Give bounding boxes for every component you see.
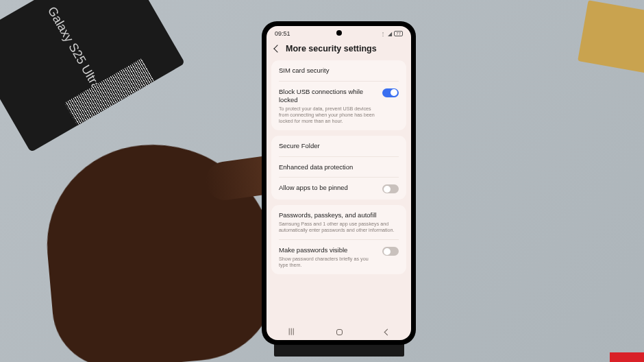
group-secure-pin: Secure Folder Enhanced data protection A… bbox=[271, 136, 406, 200]
battery-icon: 77 bbox=[394, 31, 403, 36]
row-desc: Show password characters briefly as you … bbox=[279, 256, 377, 268]
header: More security settings bbox=[267, 41, 411, 60]
row-title: Enhanced data protection bbox=[279, 163, 399, 171]
row-make-passwords-visible[interactable]: Make passwords visible Show password cha… bbox=[271, 240, 406, 274]
wifi-icon: ⋮ bbox=[380, 31, 386, 37]
row-allow-pin[interactable]: Allow apps to be pinned bbox=[271, 178, 406, 200]
signal-icon: ◢ bbox=[388, 31, 392, 37]
row-sim-security[interactable]: SIM card security bbox=[271, 60, 406, 81]
toggle-block-usb[interactable] bbox=[382, 88, 399, 97]
nav-bar bbox=[267, 324, 411, 340]
nav-home-icon[interactable] bbox=[336, 329, 343, 335]
phone-stand bbox=[274, 343, 404, 357]
status-time: 09:51 bbox=[275, 30, 290, 37]
row-passwords-autofill[interactable]: Passwords, passkeys, and autofill Samsun… bbox=[271, 205, 406, 239]
settings-list[interactable]: SIM card security Block USB connections … bbox=[267, 60, 411, 324]
row-title: Make passwords visible bbox=[279, 246, 377, 254]
back-icon[interactable] bbox=[273, 45, 281, 52]
row-enhanced-data-protection[interactable]: Enhanced data protection bbox=[271, 157, 406, 178]
group-sim-usb: SIM card security Block USB connections … bbox=[271, 60, 406, 130]
youtube-subscribe-strip bbox=[610, 352, 644, 362]
row-title: SIM card security bbox=[279, 67, 399, 75]
row-desc: To protect your data, prevent USB device… bbox=[279, 106, 377, 124]
background-object bbox=[578, 0, 644, 75]
toggle-allow-pin[interactable] bbox=[382, 184, 399, 193]
row-desc: Samsung Pass and 1 other app use passkey… bbox=[279, 221, 399, 233]
page-title: More security settings bbox=[286, 44, 377, 53]
camera-hole bbox=[336, 30, 342, 36]
row-secure-folder[interactable]: Secure Folder bbox=[271, 136, 406, 156]
nav-recents-icon[interactable] bbox=[290, 328, 291, 335]
row-block-usb[interactable]: Block USB connections while locked To pr… bbox=[271, 82, 406, 130]
row-title: Allow apps to be pinned bbox=[279, 184, 377, 192]
row-title: Secure Folder bbox=[279, 142, 399, 150]
row-title: Passwords, passkeys, and autofill bbox=[279, 211, 399, 219]
row-title: Block USB connections while locked bbox=[279, 88, 377, 104]
group-passwords: Passwords, passkeys, and autofill Samsun… bbox=[271, 205, 406, 274]
toggle-passwords-visible[interactable] bbox=[382, 247, 399, 256]
phone-screen: 09:51 ⋮ ◢ 77 More security settings SIM … bbox=[267, 26, 411, 340]
phone-frame: 09:51 ⋮ ◢ 77 More security settings SIM … bbox=[262, 21, 416, 345]
nav-back-icon[interactable] bbox=[384, 328, 391, 335]
status-icons: ⋮ ◢ 77 bbox=[380, 31, 403, 37]
